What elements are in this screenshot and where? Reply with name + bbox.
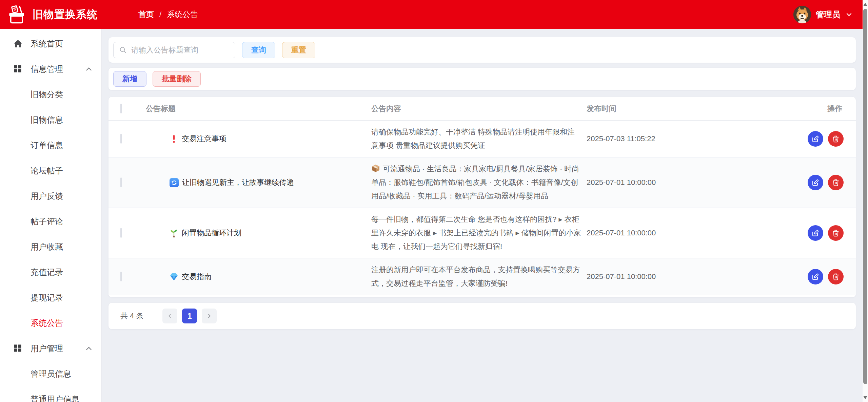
sidebar-item-favorites[interactable]: 用户收藏 (0, 234, 101, 259)
sidebar-item-admin-info[interactable]: 管理员信息 (0, 361, 101, 386)
sidebar-item-withdraw-records[interactable]: 提现记录 (0, 285, 101, 310)
announcement-title: 交易注意事项 (182, 134, 226, 144)
breadcrumb-separator: / (159, 10, 161, 19)
table-row: 交易指南 注册的新用户即可在本平台发布商品，支持置换喝购买等交易方式，交易过程走… (108, 258, 856, 295)
row-checkbox[interactable] (120, 272, 122, 281)
announcement-time: 2025-07-01 10:00:00 (587, 272, 787, 281)
table-header-row: 公告标题 公告内容 发布时间 操作 (108, 97, 856, 121)
package-icon (371, 164, 380, 173)
breadcrumb-home[interactable]: 首页 (138, 9, 154, 20)
announcement-content: 请确保物品功能完好、干净整洁 特殊物品请注明使用年限和注意事项 贵重物品建议提供… (366, 121, 587, 157)
table-row: 让旧物遇见新主，让故事继续传递 可流通物品 · 生活良品：家具家电/厨具餐具/家… (108, 157, 856, 208)
batch-delete-button[interactable]: 批量删除 (153, 71, 201, 87)
sidebar-item-normal-users[interactable]: 普通用户信息 (0, 386, 101, 402)
edit-button[interactable] (808, 269, 823, 284)
chevron-right-icon (206, 313, 213, 319)
select-all-checkbox[interactable] (120, 104, 122, 113)
chevron-left-icon (166, 313, 173, 319)
breadcrumb-current: 系统公告 (167, 9, 198, 20)
sidebar-item-old-category[interactable]: 旧物分类 (0, 82, 101, 107)
app-logo-basket-icon (7, 5, 26, 24)
seedling-icon (170, 229, 178, 237)
chevron-up-icon (84, 65, 93, 73)
sidebar-item-post-comments[interactable]: 帖子评论 (0, 209, 101, 234)
announcement-time: 2025-07-03 11:05:22 (587, 134, 787, 143)
delete-button[interactable] (828, 269, 844, 284)
chevron-up-icon (84, 344, 93, 353)
edit-icon (811, 229, 820, 237)
trash-icon (832, 135, 840, 143)
scrollbar-up-arrow-icon[interactable] (863, 3, 867, 6)
delete-button[interactable] (828, 175, 844, 190)
edit-icon (811, 178, 820, 187)
search-input[interactable] (131, 46, 230, 55)
sidebar: 系统首页 信息管理 旧物分类 旧物信息 订单信息 论坛帖子 用户反馈 帖子评论 … (0, 29, 102, 402)
announcement-title: 让旧物遇见新主，让故事继续传递 (182, 177, 294, 188)
add-button[interactable]: 新增 (113, 71, 146, 87)
scrollbar-thumb[interactable] (863, 9, 867, 384)
announcement-time: 2025-07-01 10:00:00 (587, 229, 787, 237)
blue-recycle-icon (170, 178, 179, 187)
edit-icon (811, 135, 820, 143)
sidebar-group-info[interactable]: 信息管理 (0, 56, 101, 82)
sidebar-item-forum-posts[interactable]: 论坛帖子 (0, 158, 101, 183)
grid-icon (13, 343, 23, 354)
edit-button[interactable] (808, 225, 823, 241)
app-title: 旧物置换系统 (33, 7, 98, 22)
delete-button[interactable] (828, 131, 844, 147)
announcement-table: 公告标题 公告内容 发布时间 操作 交易注意事项 请确保物品功能完好、干净整洁 … (108, 97, 856, 297)
sidebar-item-home[interactable]: 系统首页 (0, 31, 101, 56)
toolbar-card: 新增 批量删除 (108, 68, 856, 90)
search-card: 查询 重置 (108, 37, 856, 63)
announcement-time: 2025-07-01 10:00:00 (587, 178, 787, 187)
announcement-content: 注册的新用户即可在本平台发布商品，支持置换喝购买等交易方式，交易过程走平台监管，… (366, 258, 587, 295)
sidebar-group-label: 用户管理 (31, 343, 63, 354)
sidebar-item-orders[interactable]: 订单信息 (0, 132, 101, 158)
edit-button[interactable] (808, 131, 823, 147)
announcement-title: 闲置物品循环计划 (182, 228, 241, 238)
main-content: 查询 重置 新增 批量删除 公告标题 公告内容 发布时间 操作 交易注意事项 请… (102, 29, 863, 402)
announcement-title: 交易指南 (182, 272, 212, 282)
row-checkbox[interactable] (120, 177, 122, 187)
scrollbar-down-arrow-icon[interactable] (863, 396, 867, 399)
row-checkbox[interactable] (120, 228, 122, 238)
breadcrumb: 首页 / 系统公告 (138, 9, 198, 20)
announcement-content: 每一件旧物，都值得第二次生命 您是否也有这样的困扰? ▸ 衣柜里许久未穿的衣服 … (366, 208, 587, 258)
pagination-total: 共 4 条 (120, 311, 143, 321)
sidebar-item-announcements[interactable]: 系统公告 (0, 310, 101, 336)
home-icon (13, 39, 23, 49)
pagination-page-1[interactable]: 1 (182, 309, 197, 323)
sidebar-item-label: 系统首页 (31, 38, 63, 49)
table-row: 闲置物品循环计划 每一件旧物，都值得第二次生命 您是否也有这样的困扰? ▸ 衣柜… (108, 208, 856, 258)
col-header-actions: 操作 (787, 104, 856, 114)
chevron-down-icon (845, 10, 853, 19)
sidebar-item-recharge-records[interactable]: 充值记录 (0, 259, 101, 285)
sidebar-item-feedback[interactable]: 用户反馈 (0, 183, 101, 209)
pagination-next-button[interactable] (202, 309, 217, 323)
sidebar-item-old-info[interactable]: 旧物信息 (0, 107, 101, 132)
trash-icon (832, 178, 840, 187)
pagination-prev-button[interactable] (162, 309, 177, 323)
reset-button[interactable]: 重置 (282, 42, 315, 58)
query-button[interactable]: 查询 (242, 42, 275, 58)
search-input-wrapper (113, 42, 235, 58)
magnifier-icon (119, 46, 127, 54)
edit-button[interactable] (808, 175, 823, 190)
col-header-title: 公告标题 (139, 104, 366, 114)
row-checkbox[interactable] (120, 134, 122, 144)
user-name: 管理员 (816, 9, 840, 20)
edit-icon (811, 273, 820, 281)
grid-icon (13, 64, 23, 74)
app-header: 旧物置换系统 首页 / 系统公告 管理员 (0, 0, 863, 29)
page-scrollbar[interactable] (863, 0, 868, 402)
announcement-content: 可流通物品 · 生活良品：家具家电/厨具餐具/家居装饰 · 时尚单品：服饰鞋包/… (366, 157, 587, 208)
trash-icon (832, 273, 840, 281)
gem-icon (170, 272, 178, 281)
pagination: 共 4 条 1 (108, 303, 856, 329)
delete-button[interactable] (828, 225, 844, 241)
col-header-time: 发布时间 (587, 104, 787, 114)
avatar[interactable] (793, 6, 811, 23)
red-exclamation-icon (170, 134, 178, 143)
user-menu[interactable]: 管理员 (793, 6, 853, 23)
sidebar-group-users[interactable]: 用户管理 (0, 336, 101, 361)
